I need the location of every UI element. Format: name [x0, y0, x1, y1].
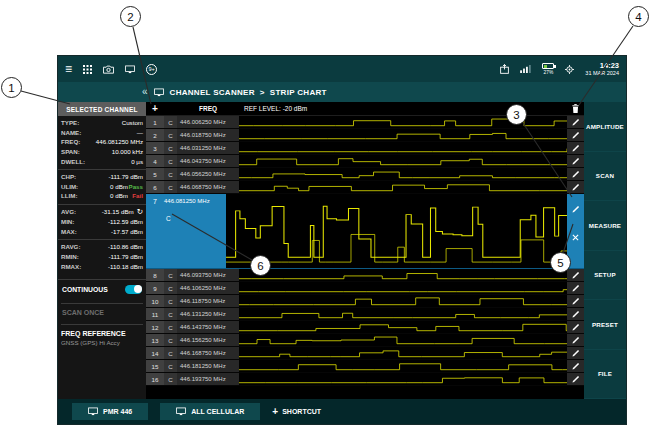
edit-channel-button[interactable]: [567, 282, 584, 294]
channel-frequency: 446.193750 MHz: [177, 373, 239, 385]
edit-channel-button[interactable]: [567, 295, 584, 307]
menu-icon[interactable]: ≡: [65, 63, 72, 75]
sidebar-item-file[interactable]: FILE: [584, 350, 626, 400]
channel-number: 13: [146, 334, 164, 346]
channel-type: C: [164, 321, 177, 333]
edit-channel-button[interactable]: [567, 334, 584, 346]
edit-channel-button[interactable]: [567, 347, 584, 359]
scan-once-button[interactable]: SCAN ONCE: [61, 303, 143, 320]
channel-frequency: 446.018750 MHz: [177, 129, 239, 141]
preset-button-all-cellular[interactable]: ALL CELLULAR: [160, 403, 260, 420]
breadcrumb-app[interactable]: CHANNEL SCANNER: [170, 88, 255, 97]
add-shortcut-button[interactable]: + SHORTCUT: [272, 407, 321, 417]
callout-5: 5: [550, 252, 571, 273]
collapse-icon[interactable]: «: [142, 87, 148, 97]
gps-icon[interactable]: [565, 65, 574, 74]
sidebar-item-scan[interactable]: SCAN: [584, 152, 626, 202]
field-label: SPAN:: [61, 148, 80, 155]
channel-row[interactable]: 14C446.168750 MHz: [146, 347, 584, 360]
delete-channel-button[interactable]: [567, 104, 584, 113]
preset-button-pmr-446[interactable]: PMR 446: [72, 403, 148, 420]
channel-row[interactable]: 13C446.156250 MHz: [146, 334, 584, 347]
edit-channel-button[interactable]: [567, 308, 584, 320]
channel-number: 2: [146, 129, 164, 141]
topbar-left-icons: ≡ 9+: [65, 63, 157, 75]
channel-row[interactable]: 2C446.018750 MHz: [146, 129, 584, 142]
shortcut-label: SHORTCUT: [282, 408, 321, 415]
edit-channel-button[interactable]: [567, 142, 584, 154]
edit-channel-button[interactable]: [567, 321, 584, 333]
refresh-icon[interactable]: ↻: [137, 208, 143, 216]
sidebar-item-measure[interactable]: MEASURE: [584, 201, 626, 251]
channel-type: C: [164, 360, 177, 372]
freq-reference: FREQ REFERENCE GNSS (GPS) Hi Accy: [61, 324, 143, 346]
channel-row[interactable]: 11C446.131250 MHz: [146, 308, 584, 321]
channel-row[interactable]: 3C446.031250 MHz: [146, 142, 584, 155]
display-icon[interactable]: [125, 65, 135, 74]
shortcut-bar: PMR 446ALL CELLULAR + SHORTCUT: [58, 399, 626, 424]
edit-channel-button[interactable]: [567, 269, 584, 281]
field-value: Custom: [122, 119, 143, 126]
field-value: 0 µs: [131, 158, 143, 165]
strip-chart: [239, 282, 567, 294]
channel-number: 15: [146, 360, 164, 372]
pencil-icon: [572, 362, 580, 370]
channel-type: C: [164, 129, 177, 141]
continuous-label: CONTINUOUS: [62, 286, 108, 293]
continuous-toggle[interactable]: [125, 285, 142, 294]
channel-type: C: [164, 215, 226, 222]
field-value: -111.79 dBm: [108, 253, 143, 260]
channel-row[interactable]: 16C446.193750 MHz: [146, 373, 584, 386]
channel-row[interactable]: 9C446.106250 MHz: [146, 282, 584, 295]
preset-button-label: ALL CELLULAR: [191, 408, 244, 415]
channel-number: 14: [146, 347, 164, 359]
channel-row[interactable]: 5C446.056250 MHz: [146, 168, 584, 181]
x-marker-icon: [572, 234, 579, 241]
channel-row[interactable]: 12C446.143750 MHz: [146, 321, 584, 334]
channel-row[interactable]: 4C446.043750 MHz: [146, 155, 584, 168]
panel-field: RMAX:-110.18 dBm: [61, 261, 143, 271]
sidebar-item-preset[interactable]: PRESET: [584, 300, 626, 350]
add-channel-button[interactable]: +: [146, 103, 164, 114]
sidebar-item-amplitude[interactable]: AMPLITUDE: [584, 102, 626, 152]
channel-number: 9: [146, 282, 164, 294]
camera-icon[interactable]: [103, 65, 114, 74]
channel-number: 10: [146, 295, 164, 307]
callout-2: 2: [120, 6, 141, 27]
field-value: -110.86 dBm: [108, 243, 143, 250]
channel-row[interactable]: 10C446.118750 MHz: [146, 295, 584, 308]
strip-chart: [239, 181, 567, 193]
signal-icon: [520, 65, 531, 73]
field-label: RMAX:: [61, 263, 81, 270]
channel-frequency: 446.106250 MHz: [177, 282, 239, 294]
clear-marker-button[interactable]: [572, 227, 579, 245]
edit-channel-button[interactable]: [567, 116, 584, 128]
channel-table: + FREQ REF LEVEL: -20 dBm 1C446.006250 M…: [146, 102, 584, 399]
edit-channel-button[interactable]: [567, 181, 584, 193]
edit-channel-button[interactable]: [567, 168, 584, 180]
apps-grid-icon[interactable]: [83, 65, 92, 74]
channel-row-selected[interactable]: 7446.081250 MHzC: [146, 194, 584, 269]
pencil-icon: [572, 157, 580, 165]
sidebar-item-setup[interactable]: SETUP: [584, 251, 626, 301]
preset-button-label: PMR 446: [103, 408, 132, 415]
channel-row[interactable]: 8C446.093750 MHz: [146, 269, 584, 282]
edit-channel-button[interactable]: [567, 129, 584, 141]
channel-number: 12: [146, 321, 164, 333]
field-value: 0 dBm: [110, 183, 128, 190]
battery-icon: [542, 63, 554, 69]
pencil-icon: [572, 323, 580, 331]
edit-channel-button[interactable]: [567, 155, 584, 167]
channel-row[interactable]: 15C446.181250 MHz: [146, 360, 584, 373]
edit-channel-button[interactable]: [572, 199, 580, 217]
notification-badge[interactable]: 9+: [146, 64, 157, 75]
edit-channel-button[interactable]: [567, 373, 584, 385]
field-label: CHP:: [61, 173, 76, 180]
pencil-icon: [572, 375, 580, 383]
field-value: 10.000 kHz: [112, 148, 143, 155]
edit-channel-button[interactable]: [567, 360, 584, 372]
clock: 14:23 31 MAR 2024: [585, 61, 619, 77]
channel-row[interactable]: 6C446.068750 MHz: [146, 181, 584, 194]
callout-1: 1: [1, 77, 22, 98]
export-icon[interactable]: [500, 64, 509, 74]
